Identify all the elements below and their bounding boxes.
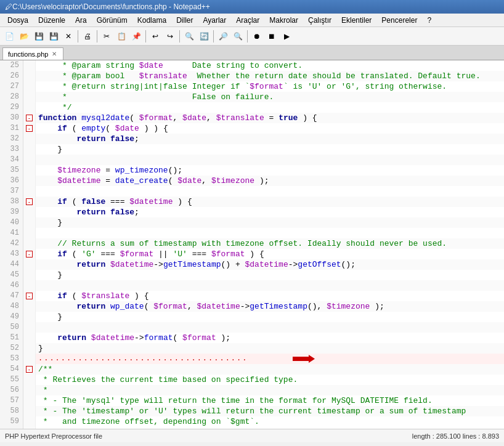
line-num-50: 50	[4, 322, 19, 333]
menu-calistir[interactable]: Çalıştır	[303, 15, 336, 26]
margin-48	[23, 301, 35, 312]
code-line-49: }	[36, 312, 504, 322]
margin-38[interactable]: -	[23, 197, 35, 207]
status-bar-right: length : 285.100 lines : 8.893	[412, 432, 499, 440]
menu-ayarlar[interactable]: Ayarlar	[198, 15, 231, 26]
line-num-40: 40	[4, 217, 19, 228]
copy-button[interactable]: 📋	[115, 30, 128, 43]
fold-43[interactable]: -	[26, 251, 33, 257]
line-num-45: 45	[4, 270, 19, 280]
line-num-26: 26	[4, 71, 19, 81]
toolbar-sep-1	[78, 30, 78, 43]
tab-functions-php[interactable]: functions.php ✕	[2, 47, 63, 60]
macro-stop-button[interactable]: ⏹	[265, 30, 278, 43]
cut-button[interactable]: ✂	[100, 30, 113, 43]
toolbar-sep-3	[145, 30, 146, 43]
tab-close-button[interactable]: ✕	[51, 51, 58, 57]
code-line-57: * - The 'mysql' type will return the tim…	[36, 395, 504, 406]
open-button[interactable]: 📂	[17, 30, 31, 43]
menu-duzenle[interactable]: Düzenle	[33, 15, 70, 26]
code-line-38: if ( false === $datetime ) {	[36, 197, 504, 207]
title-bar: 🖊 C:\Users\velociraptor\Documents\functi…	[0, 0, 504, 14]
margin-29	[23, 102, 35, 113]
find-button[interactable]: 🔍	[182, 30, 196, 43]
margin-31[interactable]: -	[23, 123, 35, 134]
zoom-out-button[interactable]: 🔍	[231, 30, 245, 43]
margin-37	[23, 186, 35, 197]
line-num-25: 25	[4, 60, 19, 71]
line-num-46: 46	[4, 280, 19, 291]
print-button[interactable]: 🖨	[81, 30, 94, 43]
code-line-45: }	[36, 270, 504, 280]
toolbar: 📄 📂 💾 💾 ✕ 🖨 ✂ 📋 📌 ↩ ↪ 🔍 🔄 🔎 🔍 ⏺ ⏹ ▶	[0, 27, 504, 46]
line-num-28: 28	[4, 92, 19, 102]
line-num-57: 57	[4, 395, 19, 406]
code-line-41	[36, 228, 504, 238]
code-line-53: .....................................	[36, 354, 504, 364]
line-num-42: 42	[4, 238, 19, 249]
margin-53	[23, 354, 35, 364]
code-line-25: * @param string $date Date string to con…	[36, 60, 504, 71]
menu-makrolar[interactable]: Makrolar	[264, 15, 303, 26]
code-line-43: if ( 'G' === $format || 'U' === $format …	[36, 249, 504, 259]
menu-help[interactable]: ?	[422, 15, 436, 26]
code-30-fn: mysql2date	[81, 113, 129, 123]
line-num-34: 34	[4, 155, 19, 165]
redo-button[interactable]: ↪	[163, 30, 177, 43]
code-area[interactable]: * @param string $date Date string to con…	[36, 60, 504, 429]
save-button[interactable]: 💾	[32, 30, 46, 43]
code-line-56: *	[36, 385, 504, 395]
line-num-58: 58	[4, 406, 19, 416]
margin-49	[23, 312, 35, 322]
macro-record-button[interactable]: ⏺	[250, 30, 264, 43]
toolbar-sep-5	[213, 30, 214, 43]
fold-47[interactable]: -	[26, 293, 33, 299]
menu-araclar[interactable]: Araçlar	[231, 15, 264, 26]
code-28-text: * False on failure.	[38, 92, 274, 102]
menu-dosya[interactable]: Dosya	[2, 15, 33, 26]
undo-button[interactable]: ↩	[148, 30, 162, 43]
margin-45	[23, 270, 35, 280]
menu-ara[interactable]: Ara	[70, 15, 92, 26]
macro-play-button[interactable]: ▶	[280, 30, 293, 43]
line-num-27: 27	[4, 81, 19, 92]
save-all-button[interactable]: 💾	[47, 30, 60, 43]
fold-31[interactable]: -	[26, 125, 33, 132]
code-line-55: * Retrieves the current time based on sp…	[36, 375, 504, 385]
code-line-46	[36, 280, 504, 291]
close-button[interactable]: ✕	[62, 30, 75, 43]
line-num-32: 32	[4, 134, 19, 144]
menu-eklentiler[interactable]: Eklentiler	[336, 15, 376, 26]
fold-38[interactable]: -	[26, 198, 33, 205]
code-line-48: return wp_date( $format, $datetime->getT…	[36, 301, 504, 312]
margin-54[interactable]: -	[23, 364, 35, 375]
line-num-30: 30	[4, 113, 19, 123]
code-25-text: * @param string $date Date string to con…	[38, 60, 303, 71]
code-line-35: $timezone = wp_timezone();	[36, 165, 504, 176]
menu-diller[interactable]: Diller	[171, 15, 198, 26]
fold-30[interactable]: -	[26, 115, 33, 121]
menu-kodlama[interactable]: Kodlama	[132, 15, 171, 26]
margin-30[interactable]: -	[23, 113, 35, 123]
code-27-text: * @return string|int|false Integer if `$…	[38, 81, 447, 92]
line-num-53: 53	[4, 354, 19, 364]
line-numbers: 25 26 27 28 29 30 31 32 33 34 35 36 37 3…	[0, 60, 23, 429]
replace-button[interactable]: 🔄	[197, 30, 211, 43]
code-line-37	[36, 186, 504, 197]
paste-button[interactable]: 📌	[129, 30, 143, 43]
red-dots: .....................................	[38, 354, 248, 364]
line-num-52: 52	[4, 343, 19, 354]
fold-54[interactable]: -	[26, 366, 33, 373]
code-line-42: // Returns a sum of timestamp with timez…	[36, 238, 504, 249]
margin-43[interactable]: -	[23, 249, 35, 259]
code-line-28: * False on failure.	[36, 92, 504, 102]
menu-pencereler[interactable]: Pencereler	[376, 15, 422, 26]
code-30-kw: function	[38, 113, 76, 123]
margin-47[interactable]: -	[23, 291, 35, 301]
menu-gorunum[interactable]: Görünüm	[92, 15, 132, 26]
margin-58	[23, 406, 35, 416]
zoom-in-button[interactable]: 🔎	[216, 30, 230, 43]
title-bar-text: C:\Users\velociraptor\Documents\function…	[12, 2, 210, 11]
code-line-40: }	[36, 217, 504, 228]
new-button[interactable]: 📄	[2, 30, 16, 43]
